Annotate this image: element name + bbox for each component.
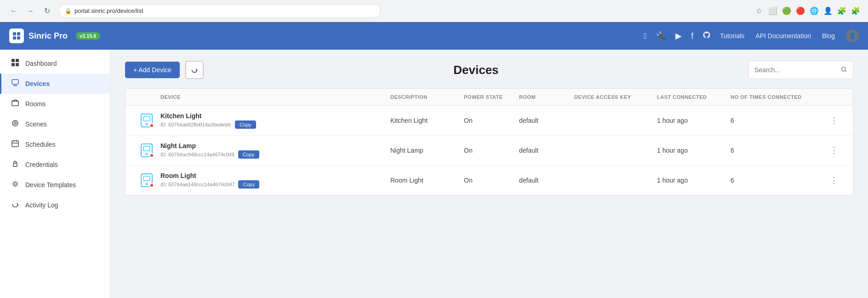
col-description: DESCRIPTION (390, 94, 464, 100)
power-state-cell: On (464, 117, 519, 124)
api-documentation-link[interactable]: API Documentation (755, 32, 811, 40)
schedules-icon (11, 140, 20, 149)
extension-icon-4[interactable]: 🌐 (809, 6, 819, 16)
sidebar-item-device-templates[interactable]: Device Templates (0, 175, 110, 195)
device-name-cell: Kitchen Light ID: 60764ab82fb4f14a3bedeb… (160, 112, 390, 129)
device-name-cell: Night Lamp ID: 60764ac948ccc14a4674c049 … (160, 142, 390, 159)
sidebar-item-schedules[interactable]: Schedules (0, 134, 110, 155)
apple-icon[interactable]:  (644, 31, 647, 41)
device-id-row: ID: 60764ac948ccc14a4674c049 Copy (160, 150, 390, 159)
main-layout: Dashboard Devices Rooms Scenes Schedules (0, 50, 868, 298)
logo-icon (9, 29, 24, 43)
status-dot (149, 123, 154, 128)
device-name: Kitchen Light (160, 112, 390, 120)
avatar[interactable]: 👤 (846, 29, 859, 42)
header-nav: Tutorials API Documentation Blog 👤 (720, 29, 859, 42)
svg-rect-1 (17, 32, 20, 35)
search-box (748, 61, 853, 79)
profile-icon[interactable]: 👤 (823, 6, 833, 16)
more-options-button[interactable]: ⋮ (822, 173, 845, 187)
more-options-button[interactable]: ⋮ (822, 143, 845, 157)
page-title: Devices (209, 63, 743, 77)
table-row: Room Light ID: 60764aa148ccc14a4674c047 … (126, 166, 853, 195)
lock-icon: 🔒 (65, 8, 72, 14)
devices-table: DEVICE DESCRIPTION POWER STATE ROOM DEVI… (125, 88, 853, 195)
times-connected-cell: 6 (731, 177, 822, 184)
sidebar-item-credentials-label: Credentials (25, 161, 58, 168)
description-cell: Night Lamp (390, 147, 464, 154)
extension-icon-2[interactable]: 🟢 (782, 6, 792, 16)
table-row: Night Lamp ID: 60764ac948ccc14a4674c049 … (126, 136, 853, 166)
forward-button[interactable]: → (24, 5, 37, 17)
star-icon[interactable]: ☆ (754, 6, 764, 16)
description-cell: Room Light (390, 177, 464, 184)
sidebar-item-rooms[interactable]: Rooms (0, 94, 110, 114)
activity-log-icon (11, 201, 20, 210)
sidebar: Dashboard Devices Rooms Scenes Schedules (0, 50, 110, 298)
svg-rect-3 (17, 36, 20, 40)
credentials-icon (11, 160, 20, 169)
copy-button[interactable]: Copy (238, 180, 259, 189)
add-device-button[interactable]: + Add Device (125, 62, 180, 78)
blog-link[interactable]: Blog (822, 32, 835, 40)
header-icons:  🔌 ▶ f (644, 31, 711, 41)
extension-icon-5[interactable]: 🧩 (837, 6, 847, 16)
svg-rect-0 (13, 32, 16, 35)
sidebar-item-credentials[interactable]: Credentials (0, 155, 110, 175)
device-name: Night Lamp (160, 142, 390, 149)
sidebar-item-activity-log[interactable]: Activity Log (0, 195, 110, 215)
last-connected-cell: 1 hour ago (657, 147, 731, 154)
tutorials-link[interactable]: Tutorials (720, 32, 744, 40)
plugin-icon[interactable]: 🔌 (656, 31, 666, 41)
address-bar[interactable]: 🔒 portal.sinric.pro/device/list (59, 4, 381, 18)
facebook-icon[interactable]: f (691, 31, 693, 41)
table-header: DEVICE DESCRIPTION POWER STATE ROOM DEVI… (126, 89, 853, 106)
device-name: Room Light (160, 172, 390, 179)
refresh-button[interactable] (185, 61, 204, 79)
copy-button[interactable]: Copy (235, 120, 256, 129)
svg-rect-5 (16, 59, 19, 62)
search-input[interactable] (754, 66, 837, 74)
svg-point-19 (146, 123, 148, 125)
app-name: Sinric Pro (29, 31, 68, 41)
back-button[interactable]: ← (7, 5, 20, 17)
sidebar-item-devices-label: Devices (25, 80, 50, 87)
svg-point-15 (14, 183, 17, 185)
svg-rect-13 (12, 141, 18, 147)
device-icon-wrap (138, 112, 155, 129)
col-actions (822, 94, 845, 100)
col-device: DEVICE (160, 94, 390, 100)
sidebar-item-scenes[interactable]: Scenes (0, 114, 110, 134)
rooms-icon (11, 99, 20, 109)
sidebar-item-device-templates-label: Device Templates (25, 181, 76, 189)
scenes-icon (11, 120, 20, 129)
svg-point-11 (12, 120, 18, 126)
extension-icon-3[interactable]: 🔴 (795, 6, 805, 16)
times-connected-cell: 6 (731, 117, 822, 124)
svg-rect-24 (143, 176, 150, 181)
device-id-row: ID: 60764ab82fb4f14a3bedebfc Copy (160, 120, 390, 129)
sidebar-item-rooms-label: Rooms (25, 100, 46, 108)
sidebar-item-devices[interactable]: Devices (0, 74, 110, 94)
device-id: ID: 60764ab82fb4f14a3bedebfc (160, 122, 231, 127)
extension-icon-6[interactable]: 🧩 (851, 6, 861, 16)
more-options-button[interactable]: ⋮ (822, 114, 845, 127)
sidebar-item-dashboard[interactable]: Dashboard (0, 53, 110, 74)
youtube-icon[interactable]: ▶ (675, 31, 682, 41)
github-icon[interactable] (702, 31, 711, 41)
col-room: ROOM (519, 94, 574, 100)
reload-button[interactable]: ↻ (40, 5, 53, 17)
svg-point-22 (146, 153, 148, 155)
copy-button[interactable]: Copy (238, 150, 259, 159)
svg-rect-8 (12, 80, 18, 84)
device-id: ID: 60764ac948ccc14a4674c049 (160, 152, 234, 157)
app-header: Sinric Pro v2.15.6  🔌 ▶ f Tutorials API… (0, 22, 868, 50)
extension-icon-1[interactable]: ⬜ (768, 6, 778, 16)
device-icon-cell (133, 142, 160, 159)
device-icon-cell (133, 112, 160, 129)
svg-rect-4 (11, 59, 15, 62)
times-connected-cell: 6 (731, 147, 822, 154)
browser-chrome: ← → ↻ 🔒 portal.sinric.pro/device/list ☆ … (0, 0, 868, 22)
svg-rect-9 (13, 85, 17, 86)
col-times-connected: NO OF TIMES CONNECTED (731, 94, 822, 100)
